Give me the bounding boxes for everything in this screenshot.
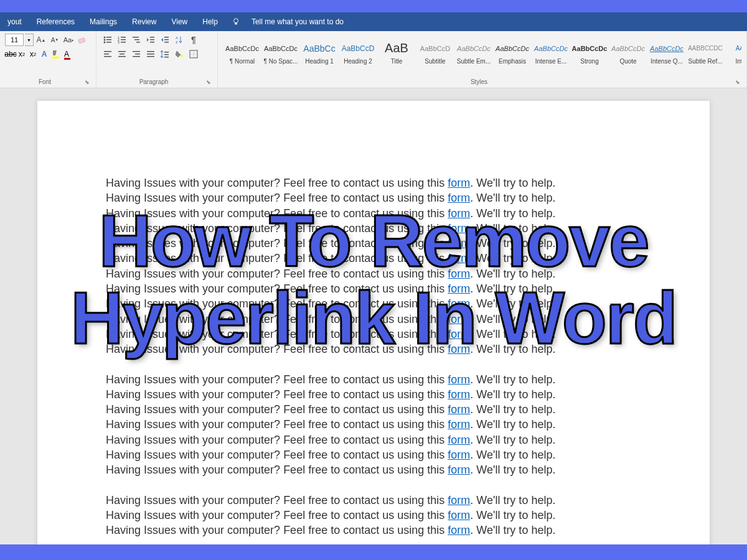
document-line[interactable]: Having Issues with your computer? Feel f… [106, 312, 641, 327]
document-line[interactable]: Having Issues with your computer? Feel f… [106, 175, 641, 190]
hyperlink[interactable]: form [448, 509, 470, 521]
document-line[interactable]: Having Issues with your computer? Feel f… [106, 206, 641, 221]
style-item[interactable]: AaBbCcDcSubtle Em... [454, 34, 493, 70]
tell-me-search[interactable]: Tell me what you want to do [232, 17, 351, 26]
document-line[interactable]: Having Issues with your computer? Feel f… [106, 266, 641, 281]
hyperlink[interactable]: form [448, 343, 470, 355]
font-size-dropdown[interactable]: ▼ [25, 34, 34, 46]
strikethrough-button[interactable]: abc [5, 48, 16, 60]
tab-references[interactable]: References [29, 17, 82, 26]
document-line[interactable]: Having Issues with your computer? Feel f… [106, 417, 641, 432]
hyperlink[interactable]: form [448, 418, 470, 431]
shrink-font-button[interactable]: A▼ [49, 34, 61, 46]
document-line[interactable]: Having Issues with your computer? Feel f… [106, 447, 641, 462]
document-line[interactable]: Having Issues with your computer? Feel f… [106, 221, 641, 236]
hyperlink[interactable]: form [448, 449, 470, 461]
highlight-button[interactable] [50, 48, 61, 60]
hyperlink[interactable]: form [448, 282, 470, 295]
document-line[interactable]: Having Issues with your computer? Feel f… [106, 342, 641, 357]
document-line[interactable]: Having Issues with your computer? Feel f… [106, 387, 641, 402]
bullets-button[interactable] [101, 34, 114, 46]
borders-button[interactable] [187, 48, 200, 60]
svg-rect-37 [147, 54, 154, 55]
increase-indent-button[interactable] [159, 34, 171, 46]
document-line[interactable]: Having Issues with your computer? Feel f… [106, 402, 641, 417]
hyperlink[interactable]: form [448, 434, 470, 446]
styles-gallery[interactable]: AaBbCcDc¶ NormalAaBbCcDc¶ No Spac...AaBb… [223, 34, 741, 70]
document-area[interactable]: Having Issues with your computer? Feel f… [0, 88, 747, 544]
paragraph-dialog-launcher[interactable]: ⬊ [206, 79, 212, 85]
subscript-button[interactable]: x2 [16, 48, 27, 60]
document-line[interactable]: Having Issues with your computer? Feel f… [106, 508, 641, 523]
document-line[interactable]: Having Issues with your computer? Feel f… [106, 251, 641, 266]
document-line[interactable]: Having Issues with your computer? Feel f… [106, 493, 641, 508]
document-line[interactable]: Having Issues with your computer? Feel f… [106, 190, 641, 205]
hyperlink[interactable]: form [448, 464, 470, 476]
tab-help[interactable]: Help [195, 17, 225, 26]
style-item[interactable]: AaBbCcDc¶ No Spac... [261, 34, 300, 70]
document-line[interactable]: Having Issues with your computer? Feel f… [106, 327, 641, 342]
align-center-button[interactable] [116, 48, 128, 60]
sort-button[interactable]: AZ [173, 34, 186, 46]
style-item[interactable]: AaBbCcDHeading 2 [339, 34, 377, 70]
style-item[interactable]: AaBTitle [377, 34, 416, 70]
hyperlink[interactable]: form [448, 268, 470, 280]
document-line[interactable]: Having Issues with your computer? Feel f… [106, 236, 641, 251]
document-page[interactable]: Having Issues with your computer? Feel f… [37, 101, 710, 544]
hyperlink[interactable]: form [448, 297, 470, 310]
hyperlink[interactable]: form [448, 207, 470, 220]
style-item[interactable]: AaBbCcDSubtitle [416, 34, 454, 70]
style-item[interactable]: AABBCCDCSubtle Ref... [686, 34, 725, 70]
style-item[interactable]: AaBbCcDcIntense Q... [647, 34, 686, 70]
document-line[interactable]: Having Issues with your computer? Feel f… [106, 523, 641, 538]
clear-formatting-button[interactable] [76, 34, 88, 46]
numbering-button[interactable]: 123 [116, 34, 128, 46]
document-line[interactable]: Having Issues with your computer? Feel f… [106, 432, 641, 447]
style-item[interactable]: AaBbCcHeading 1 [300, 34, 339, 70]
style-item[interactable]: AABBIntens [725, 34, 741, 70]
hyperlink[interactable]: form [448, 403, 470, 416]
style-item[interactable]: AaBbCcDcStrong [570, 34, 609, 70]
style-item[interactable]: AaBbCcDcIntense E... [532, 34, 570, 70]
superscript-button[interactable]: x2 [27, 48, 39, 60]
align-right-button[interactable] [130, 48, 143, 60]
font-size-input[interactable]: 11 [5, 34, 24, 46]
font-dialog-launcher[interactable]: ⬊ [85, 79, 91, 85]
style-item[interactable]: AaBbCcDc¶ Normal [223, 34, 261, 70]
justify-button[interactable] [144, 48, 157, 60]
tab-view[interactable]: View [164, 17, 195, 26]
change-case-button[interactable]: Aa▾ [62, 34, 75, 46]
hyperlink[interactable]: form [448, 328, 470, 340]
show-marks-button[interactable]: ¶ [187, 34, 200, 46]
shading-button[interactable] [173, 48, 186, 60]
multilevel-list-button[interactable] [130, 34, 143, 46]
align-left-button[interactable] [101, 48, 114, 60]
hyperlink[interactable]: form [448, 524, 470, 536]
tab-mailings[interactable]: Mailings [82, 17, 125, 26]
styles-dialog-launcher[interactable]: ⬊ [735, 79, 741, 85]
line-spacing-button[interactable] [159, 48, 171, 60]
document-line[interactable]: Having Issues with your computer? Feel f… [106, 281, 641, 296]
hyperlink[interactable]: form [448, 373, 470, 386]
hyperlink[interactable]: form [448, 222, 470, 235]
hyperlink[interactable]: form [448, 388, 470, 401]
text-effects-button[interactable]: A [39, 48, 50, 60]
document-line[interactable]: Having Issues with your computer? Feel f… [106, 462, 641, 477]
tab-review[interactable]: Review [125, 17, 164, 26]
hyperlink[interactable]: form [448, 177, 470, 189]
style-item[interactable]: AaBbCcDcQuote [609, 34, 647, 70]
document-line[interactable]: Having Issues with your computer? Feel f… [106, 372, 641, 387]
decrease-indent-button[interactable] [144, 34, 157, 46]
style-preview: AaBbCcD [342, 39, 375, 58]
tab-layout[interactable]: yout [0, 17, 29, 26]
document-line[interactable]: Having Issues with your computer? Feel f… [106, 296, 641, 311]
style-item[interactable]: AaBbCcDcEmphasis [493, 34, 532, 70]
svg-rect-13 [121, 39, 126, 40]
hyperlink[interactable]: form [448, 494, 470, 506]
hyperlink[interactable]: form [448, 252, 470, 264]
hyperlink[interactable]: form [448, 192, 470, 204]
hyperlink[interactable]: form [448, 313, 470, 325]
font-color-button[interactable]: A [61, 48, 72, 60]
hyperlink[interactable]: form [448, 237, 470, 250]
grow-font-button[interactable]: A▲ [35, 34, 47, 46]
